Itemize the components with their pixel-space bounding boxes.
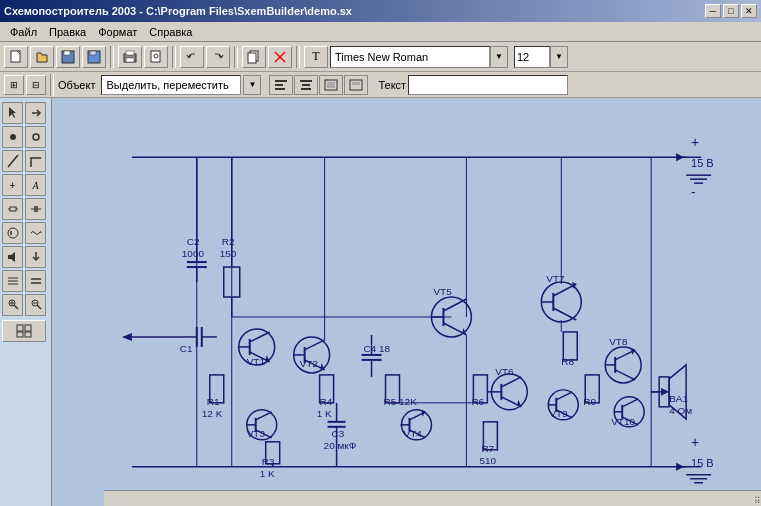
line-tool[interactable]: [2, 150, 23, 172]
font-size-display[interactable]: 12: [514, 46, 550, 68]
svg-text:R2: R2: [222, 236, 235, 247]
svg-text:1 K: 1 K: [317, 408, 332, 419]
svg-rect-21: [327, 82, 335, 88]
font-size-dropdown[interactable]: ▼: [550, 46, 568, 68]
svg-line-46: [14, 305, 18, 309]
svg-text:1000: 1000: [182, 248, 205, 259]
menu-format[interactable]: Формат: [92, 24, 143, 40]
zoom-in-tool[interactable]: [2, 294, 23, 316]
print-button[interactable]: [118, 46, 142, 68]
separator2: [172, 46, 176, 68]
separator3: [234, 46, 238, 68]
status-bar: [104, 490, 761, 506]
separator4: [296, 46, 300, 68]
undo-button[interactable]: [180, 46, 204, 68]
dot-tool[interactable]: [2, 126, 23, 148]
svg-line-27: [8, 155, 18, 167]
menu-edit[interactable]: Правка: [43, 24, 92, 40]
object-selector[interactable]: Выделить, переместить: [101, 75, 241, 95]
toolbar-main: T Times New Roman ▼ 12 ▼: [0, 42, 761, 72]
close-button[interactable]: ✕: [741, 4, 757, 18]
grid-tool[interactable]: [2, 320, 46, 342]
svg-text:1 K: 1 K: [260, 468, 275, 479]
svg-text:20 мкФ: 20 мкФ: [324, 440, 357, 451]
svg-rect-11: [248, 53, 256, 63]
align-box2[interactable]: [344, 75, 368, 95]
svg-point-35: [8, 228, 18, 238]
speaker-tool[interactable]: [2, 246, 23, 268]
circle-tool[interactable]: [25, 126, 46, 148]
svg-text:R1: R1: [207, 396, 220, 407]
svg-rect-16: [275, 88, 285, 90]
equals-tool[interactable]: [25, 270, 46, 292]
minimize-button[interactable]: ─: [705, 4, 721, 18]
svg-text:C3: C3: [332, 428, 345, 439]
angle-tool[interactable]: [25, 150, 46, 172]
bars-tool[interactable]: [2, 270, 23, 292]
maximize-button[interactable]: □: [723, 4, 739, 18]
new-button[interactable]: [4, 46, 28, 68]
save-button[interactable]: [56, 46, 80, 68]
svg-text:12 K: 12 K: [202, 408, 223, 419]
svg-rect-18: [302, 84, 310, 86]
svg-rect-15: [275, 84, 283, 86]
svg-text:VT5: VT5: [433, 286, 452, 297]
canvas-area[interactable]: + 15 В - + 15 В - C2 10: [52, 98, 761, 506]
copy-button[interactable]: [242, 46, 266, 68]
redo-button[interactable]: [206, 46, 230, 68]
transistor-tool[interactable]: [2, 222, 23, 244]
svg-rect-54: [17, 332, 23, 337]
font-icon-btn: T: [304, 46, 328, 68]
preview-button[interactable]: [144, 46, 168, 68]
align-center[interactable]: [294, 75, 318, 95]
delete-button[interactable]: [268, 46, 292, 68]
separator1: [110, 46, 114, 68]
zoom-out-tool[interactable]: [25, 294, 46, 316]
circuit-diagram: + 15 В - + 15 В - C2 10: [52, 98, 761, 506]
svg-text:C1: C1: [180, 343, 193, 354]
inductor-tool[interactable]: [25, 222, 46, 244]
svg-point-25: [10, 134, 16, 140]
object-dropdown[interactable]: ▼: [243, 75, 261, 95]
svg-text:VT2: VT2: [300, 358, 319, 369]
align-box1[interactable]: [319, 75, 343, 95]
toolbar2-btn1[interactable]: ⊞: [4, 75, 24, 95]
text-tool[interactable]: A: [25, 174, 46, 196]
resize-handle[interactable]: ⠿: [745, 490, 761, 506]
svg-text:C4 18: C4 18: [364, 343, 391, 354]
svg-rect-19: [301, 88, 311, 90]
window-title: Схемопостроитель 2003 - C:\Program Files…: [4, 5, 352, 17]
svg-text:C2: C2: [187, 236, 200, 247]
save2-button[interactable]: [82, 46, 106, 68]
main-area: + A: [0, 98, 761, 506]
resistor-tool[interactable]: [2, 198, 23, 220]
svg-text:150: 150: [220, 248, 237, 259]
arrow-down-tool[interactable]: [25, 246, 46, 268]
svg-rect-6: [126, 51, 134, 55]
svg-rect-23: [352, 82, 360, 85]
svg-rect-55: [25, 332, 31, 337]
svg-text:VT8: VT8: [609, 336, 628, 347]
font-name-container: Times New Roman ▼: [330, 46, 508, 68]
align-buttons: [269, 75, 368, 95]
svg-text:510: 510: [479, 455, 496, 466]
menu-file[interactable]: Файл: [4, 24, 43, 40]
capacitor-tool[interactable]: [25, 198, 46, 220]
open-button[interactable]: [30, 46, 54, 68]
svg-marker-38: [11, 252, 15, 262]
font-name-display[interactable]: Times New Roman: [330, 46, 490, 68]
font-name-dropdown[interactable]: ▼: [490, 46, 508, 68]
align-left[interactable]: [269, 75, 293, 95]
svg-rect-14: [275, 80, 287, 82]
menu-help[interactable]: Справка: [143, 24, 198, 40]
move-right-tool[interactable]: [25, 102, 46, 124]
sep5: [50, 74, 54, 96]
object-label: Объект: [58, 79, 95, 91]
select-tool[interactable]: [2, 102, 23, 124]
plus-tool[interactable]: +: [2, 174, 23, 196]
svg-text:15 В: 15 В: [691, 157, 714, 169]
toolbar2-btn2[interactable]: ⊟: [26, 75, 46, 95]
svg-rect-17: [300, 80, 312, 82]
text-input[interactable]: [408, 75, 568, 95]
svg-text:VT9: VT9: [549, 408, 568, 419]
